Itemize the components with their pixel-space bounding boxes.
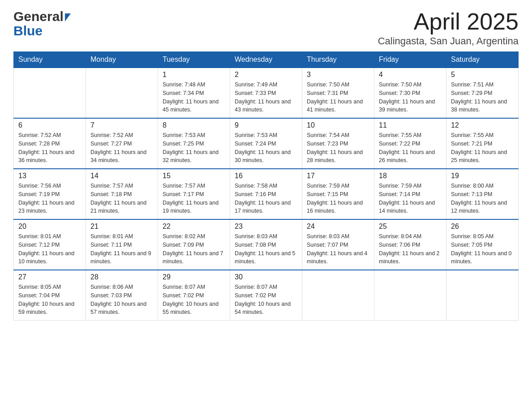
- calendar-cell: [86, 68, 158, 118]
- calendar-cell: 16Sunrise: 7:58 AMSunset: 7:16 PMDayligh…: [230, 169, 302, 219]
- day-info: Sunrise: 7:55 AMSunset: 7:21 PMDaylight:…: [451, 131, 514, 165]
- day-info: Sunrise: 8:01 AMSunset: 7:11 PMDaylight:…: [90, 232, 153, 266]
- day-header-wednesday: Wednesday: [230, 52, 302, 68]
- day-number: 6: [18, 121, 81, 129]
- day-number: 14: [90, 172, 153, 180]
- day-info: Sunrise: 7:49 AMSunset: 7:33 PMDaylight:…: [235, 81, 297, 114]
- day-header-monday: Monday: [86, 52, 158, 68]
- header-row: SundayMondayTuesdayWednesdayThursdayFrid…: [14, 52, 519, 68]
- calendar-cell: 5Sunrise: 7:51 AMSunset: 7:29 PMDaylight…: [446, 68, 519, 118]
- day-number: 4: [379, 71, 442, 79]
- day-info: Sunrise: 7:55 AMSunset: 7:22 PMDaylight:…: [379, 131, 442, 165]
- calendar-cell: [446, 270, 519, 321]
- day-number: 17: [307, 172, 369, 180]
- calendar-cell: 13Sunrise: 7:56 AMSunset: 7:19 PMDayligh…: [14, 169, 86, 219]
- calendar-cell: 11Sunrise: 7:55 AMSunset: 7:22 PMDayligh…: [374, 118, 446, 169]
- calendar-cell: 3Sunrise: 7:50 AMSunset: 7:31 PMDaylight…: [302, 68, 374, 118]
- calendar-cell: [302, 270, 374, 321]
- calendar-cell: 28Sunrise: 8:06 AMSunset: 7:03 PMDayligh…: [86, 270, 158, 321]
- calendar-cell: 30Sunrise: 8:07 AMSunset: 7:02 PMDayligh…: [230, 270, 302, 321]
- day-info: Sunrise: 7:58 AMSunset: 7:16 PMDaylight:…: [235, 182, 297, 215]
- day-header-sunday: Sunday: [14, 52, 86, 68]
- calendar-cell: 7Sunrise: 7:52 AMSunset: 7:27 PMDaylight…: [86, 118, 158, 169]
- day-number: 23: [235, 223, 297, 231]
- calendar-body: 1Sunrise: 7:48 AMSunset: 7:34 PMDaylight…: [14, 68, 519, 321]
- day-number: 12: [451, 121, 514, 129]
- day-number: 15: [163, 172, 225, 180]
- day-number: 27: [18, 273, 81, 281]
- day-info: Sunrise: 7:52 AMSunset: 7:27 PMDaylight:…: [90, 131, 153, 165]
- calendar-cell: 26Sunrise: 8:05 AMSunset: 7:05 PMDayligh…: [446, 219, 519, 270]
- day-info: Sunrise: 7:50 AMSunset: 7:30 PMDaylight:…: [379, 81, 442, 114]
- calendar-cell: 29Sunrise: 8:07 AMSunset: 7:02 PMDayligh…: [158, 270, 230, 321]
- calendar-cell: 20Sunrise: 8:01 AMSunset: 7:12 PMDayligh…: [14, 219, 86, 270]
- day-info: Sunrise: 7:52 AMSunset: 7:28 PMDaylight:…: [18, 131, 81, 165]
- day-info: Sunrise: 7:57 AMSunset: 7:18 PMDaylight:…: [90, 182, 153, 215]
- day-number: 1: [163, 71, 225, 79]
- day-number: 19: [451, 172, 514, 180]
- calendar-cell: 23Sunrise: 8:03 AMSunset: 7:08 PMDayligh…: [230, 219, 302, 270]
- day-info: Sunrise: 8:07 AMSunset: 7:02 PMDaylight:…: [235, 283, 297, 317]
- day-number: 7: [90, 121, 153, 129]
- calendar-week-2: 6Sunrise: 7:52 AMSunset: 7:28 PMDaylight…: [14, 118, 519, 169]
- day-header-thursday: Thursday: [302, 52, 374, 68]
- day-number: 28: [90, 273, 153, 281]
- page-header: General Blue April 2025 Calingasta, San …: [13, 9, 519, 47]
- title-section: April 2025 Calingasta, San Juan, Argenti…: [378, 9, 519, 47]
- calendar-cell: 4Sunrise: 7:50 AMSunset: 7:30 PMDaylight…: [374, 68, 446, 118]
- day-number: 25: [379, 223, 442, 231]
- calendar-cell: 10Sunrise: 7:54 AMSunset: 7:23 PMDayligh…: [302, 118, 374, 169]
- day-header-tuesday: Tuesday: [158, 52, 230, 68]
- day-info: Sunrise: 8:07 AMSunset: 7:02 PMDaylight:…: [163, 283, 225, 317]
- day-number: 9: [235, 121, 297, 129]
- day-number: 5: [451, 71, 514, 79]
- day-info: Sunrise: 7:53 AMSunset: 7:25 PMDaylight:…: [163, 131, 225, 165]
- day-number: 10: [307, 121, 369, 129]
- calendar-cell: 14Sunrise: 7:57 AMSunset: 7:18 PMDayligh…: [86, 169, 158, 219]
- calendar-cell: 9Sunrise: 7:53 AMSunset: 7:24 PMDaylight…: [230, 118, 302, 169]
- day-number: 2: [235, 71, 297, 79]
- day-number: 3: [307, 71, 369, 79]
- day-info: Sunrise: 8:01 AMSunset: 7:12 PMDaylight:…: [18, 232, 81, 266]
- calendar-cell: 25Sunrise: 8:04 AMSunset: 7:06 PMDayligh…: [374, 219, 446, 270]
- day-info: Sunrise: 7:59 AMSunset: 7:15 PMDaylight:…: [307, 182, 369, 215]
- day-info: Sunrise: 8:02 AMSunset: 7:09 PMDaylight:…: [163, 232, 225, 266]
- calendar-cell: 1Sunrise: 7:48 AMSunset: 7:34 PMDaylight…: [158, 68, 230, 118]
- day-info: Sunrise: 7:53 AMSunset: 7:24 PMDaylight:…: [235, 131, 297, 165]
- day-info: Sunrise: 7:54 AMSunset: 7:23 PMDaylight:…: [307, 131, 369, 165]
- calendar-table: SundayMondayTuesdayWednesdayThursdayFrid…: [13, 51, 519, 321]
- day-number: 20: [18, 223, 81, 231]
- logo: General Blue: [13, 9, 71, 39]
- logo-blue-text: Blue: [13, 23, 71, 39]
- day-info: Sunrise: 7:48 AMSunset: 7:34 PMDaylight:…: [163, 81, 225, 114]
- calendar-header: SundayMondayTuesdayWednesdayThursdayFrid…: [14, 52, 519, 68]
- day-info: Sunrise: 7:50 AMSunset: 7:31 PMDaylight:…: [307, 81, 369, 114]
- day-info: Sunrise: 8:05 AMSunset: 7:04 PMDaylight:…: [18, 283, 81, 317]
- logo-general-text: General: [13, 9, 64, 24]
- calendar-subtitle: Calingasta, San Juan, Argentina: [378, 35, 519, 47]
- calendar-cell: 21Sunrise: 8:01 AMSunset: 7:11 PMDayligh…: [86, 219, 158, 270]
- calendar-week-5: 27Sunrise: 8:05 AMSunset: 7:04 PMDayligh…: [14, 270, 519, 321]
- day-info: Sunrise: 8:04 AMSunset: 7:06 PMDaylight:…: [379, 232, 442, 266]
- calendar-title: April 2025: [378, 9, 519, 34]
- day-info: Sunrise: 8:03 AMSunset: 7:08 PMDaylight:…: [235, 232, 297, 266]
- day-info: Sunrise: 7:57 AMSunset: 7:17 PMDaylight:…: [163, 182, 225, 215]
- day-info: Sunrise: 8:06 AMSunset: 7:03 PMDaylight:…: [90, 283, 153, 317]
- day-info: Sunrise: 7:56 AMSunset: 7:19 PMDaylight:…: [18, 182, 81, 215]
- calendar-cell: 8Sunrise: 7:53 AMSunset: 7:25 PMDaylight…: [158, 118, 230, 169]
- calendar-week-4: 20Sunrise: 8:01 AMSunset: 7:12 PMDayligh…: [14, 219, 519, 270]
- day-number: 22: [163, 223, 225, 231]
- calendar-cell: 12Sunrise: 7:55 AMSunset: 7:21 PMDayligh…: [446, 118, 519, 169]
- day-info: Sunrise: 8:03 AMSunset: 7:07 PMDaylight:…: [307, 232, 369, 266]
- day-number: 13: [18, 172, 81, 180]
- day-number: 26: [451, 223, 514, 231]
- day-number: 29: [163, 273, 225, 281]
- day-header-friday: Friday: [374, 52, 446, 68]
- calendar-cell: 27Sunrise: 8:05 AMSunset: 7:04 PMDayligh…: [14, 270, 86, 321]
- day-info: Sunrise: 8:00 AMSunset: 7:13 PMDaylight:…: [451, 182, 514, 215]
- day-number: 16: [235, 172, 297, 180]
- day-number: 11: [379, 121, 442, 129]
- calendar-cell: 6Sunrise: 7:52 AMSunset: 7:28 PMDaylight…: [14, 118, 86, 169]
- calendar-cell: 22Sunrise: 8:02 AMSunset: 7:09 PMDayligh…: [158, 219, 230, 270]
- day-header-saturday: Saturday: [446, 52, 519, 68]
